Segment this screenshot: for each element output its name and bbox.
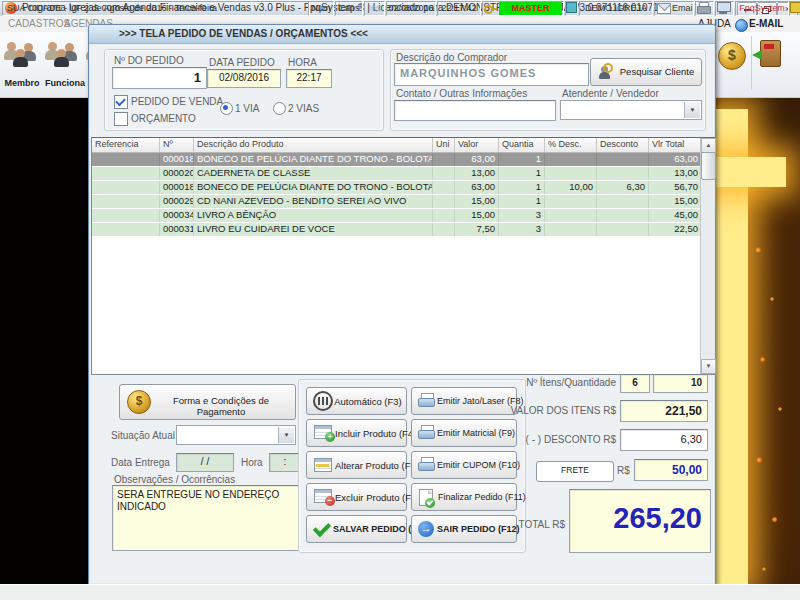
table-row[interactable]: 000034LIVRO A BÊNÇÃO15,00345,00 [92,209,715,223]
table-row[interactable]: 000029CD NANI AZEVEDO - BENDITO SEREI AO… [92,195,715,209]
total-field: 265,20 [569,489,711,553]
cell-total: 45,00 [649,209,701,222]
excluir-produto-button[interactable]: − Excluir Produto (F6) [306,483,407,511]
incluir-produto-button[interactable]: + Incluir Produto (F4) [306,419,407,447]
pedido-dialog: >>> TELA PEDIDO DE VENDAS / ORÇAMENTOS <… [88,24,716,585]
cell-desc: CD NANI AZEVEDO - BENDITO SEREI AO VIVO [194,195,433,208]
forma-pagamento-button[interactable]: $ Forma e Condições de Pagamento [119,384,296,420]
desconto-field[interactable]: 6,30 [620,429,708,451]
table-row[interactable]: 000031LIVRO EU CUIDAREI DE VOCE7,50322,5… [92,223,715,237]
frete-button[interactable]: FRETE [536,461,614,482]
status-time: 22:17:42 [437,1,481,16]
salvar-pedido-button[interactable]: SALVAR PEDIDO (F7) [306,515,407,543]
screen: Programa Igrejas com Agenda Financeiro e… [0,0,800,600]
hora-pedido-field[interactable]: 22:17 [286,69,332,88]
cell-num: 000029 [160,195,194,208]
network-icon [566,2,577,13]
cross-horizontal [710,157,786,187]
itens-field[interactable]: 6 [620,374,650,393]
comprador-label: Descrição do Comprador [396,52,507,63]
radio-dot [223,105,228,110]
finance-coin-icon[interactable]: $ [718,42,746,70]
via1-radio[interactable] [220,102,233,115]
employee-icon[interactable] [45,42,79,70]
barcode-icon [313,391,333,411]
comprador-field[interactable]: MARQUINHOS GOMES [394,63,589,86]
contato-label: Contato / Outras Informações [396,88,527,99]
menu-cadastros[interactable]: CADASTROS [8,18,70,29]
numero-pedido-field[interactable]: 1 [112,67,207,89]
status-user: MASTER [482,1,564,16]
status-monitor[interactable] [715,1,734,16]
cell-total: 15,00 [649,195,701,208]
pedido-venda-checkbox[interactable] [114,95,128,109]
cell-desc: BONECO DE PELÚCIA DIANTE DO TRONO - BOLO… [194,181,433,194]
table-header: Referencia Nº Descrição do Produto Uni V… [92,138,715,153]
data-entrega-field[interactable]: / / [176,453,234,472]
toolbar-membro-label[interactable]: Membro [2,78,42,88]
cell-ref [92,181,160,194]
scroll-down-icon[interactable]: ▼ [701,359,716,374]
dialog-titlebar[interactable]: >>> TELA PEDIDO DE VENDAS / ORÇAMENTOS <… [89,25,715,44]
spark [778,407,782,411]
printer-icon [697,6,711,14]
quantidade-field[interactable]: 10 [653,374,708,393]
cell-ref [92,153,160,166]
sair-pedido-button[interactable]: → SAIR PEDIDO (F12) [411,515,517,543]
hora-entrega-field[interactable]: : [269,453,301,472]
data-pedido-field[interactable]: 02/08/2016 [207,69,281,88]
atendente-combo[interactable]: ▼ [560,100,702,120]
status-location: SUA CIDADE - UF 2 de Agosto de 2016 - Te… [2,1,310,16]
cell-pdesc: 10,00 [545,181,597,194]
pesquisar-label: Pesquisar Cliente [617,66,697,77]
numero-pedido-label: Nº DO PEDIDO [114,55,184,66]
table-row[interactable]: 000020CADERNETA DE CLASSE13,00113,00 [92,167,715,181]
cell-uni [433,223,455,236]
member-icon[interactable] [4,42,38,70]
data-pedido-label: DATA PEDIDO [209,57,275,68]
scroll-up-icon[interactable]: ▲ [701,138,716,153]
exit-door-icon[interactable] [760,40,781,67]
scrollbar-thumb[interactable] [701,152,716,180]
situacao-combo[interactable]: ▼ [176,425,296,445]
cell-desc: LIVRO EU CUIDAREI DE VOCE [194,223,433,236]
dollar-glyph: $ [728,47,736,63]
emitir-cupom-button[interactable]: Emitir CUPOM (F10) [411,451,517,479]
status-email[interactable]: Email [654,1,694,16]
cell-qtd: 3 [499,209,545,222]
salvar-label: SALVAR PEDIDO (F7) [333,524,405,534]
sair-label: SAIR PEDIDO (F12) [437,524,515,534]
col-valor: Valor [455,138,499,152]
arrow-right-glyph: → [421,522,432,534]
valor-itens-field[interactable]: 221,50 [620,400,708,422]
dollar-glyph: $ [136,394,143,408]
cell-pdesc [545,153,597,166]
status-date: 02/08/2016 [386,1,436,16]
table-row[interactable]: 000018BONECO DE PELÚCIA DIANTE DO TRONO … [92,181,715,195]
chevron-down-icon[interactable]: ▼ [684,102,700,118]
chevron-down-icon[interactable]: ▼ [278,427,294,443]
cell-qtd: 1 [499,195,545,208]
app-mini-icon [790,2,800,13]
cell-valor: 15,00 [455,195,499,208]
spark [762,567,766,571]
automatico-button[interactable]: Automático (F3) [306,387,407,415]
alterar-produto-button[interactable]: Alterar Produto (F5) [306,451,407,479]
excluir-label: Excluir Produto (F6) [335,492,403,503]
table-row[interactable]: 000018BONECO DE PELÚCIA DIANTE DO TRONO … [92,153,715,167]
frete-field[interactable]: 50,00 [634,459,708,481]
orcamento-checkbox[interactable] [114,112,128,126]
contato-field[interactable] [394,100,556,121]
finalizar-pedido-button[interactable]: Finalizar Pedido (F11) [411,483,517,511]
observacoes-textarea[interactable]: SERA ENTREGUE NO ENDEREÇO INDICADO [112,485,300,551]
via2-radio[interactable] [273,102,286,115]
menu-email[interactable]: E-MAIL [749,18,783,29]
hora-pedido-label: HORA [288,57,317,68]
table-scrollbar[interactable]: ▲ ▼ [700,138,715,374]
status-printer[interactable] [695,1,714,16]
cupom-label: Emitir CUPOM (F10) [437,460,515,470]
frete-rs-label: R$ [617,465,630,476]
products-table: Referencia Nº Descrição do Produto Uni V… [91,137,716,375]
pesquisar-cliente-button[interactable]: Pesquisar Cliente [590,58,702,86]
cell-valor: 63,00 [455,153,499,166]
